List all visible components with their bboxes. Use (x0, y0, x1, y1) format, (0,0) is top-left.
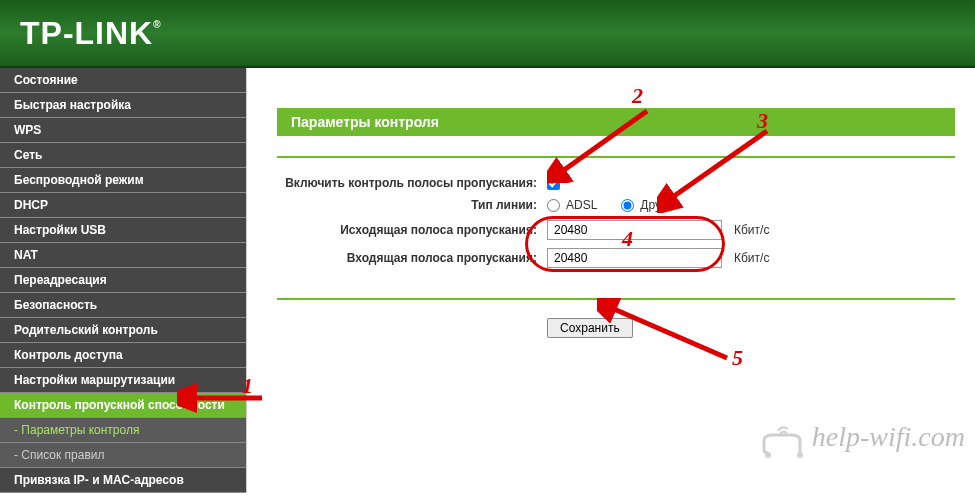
sidebar-item-wireless[interactable]: Беспроводной режим (0, 168, 246, 193)
annotation-num-2: 2 (632, 83, 643, 109)
egress-label: Исходящая полоса пропускания: (277, 223, 547, 237)
sidebar-item-forwarding[interactable]: Переадресация (0, 268, 246, 293)
sidebar-item-bandwidth[interactable]: Контроль пропускной способности (0, 393, 246, 418)
brand-logo: TP-LINK® (20, 15, 162, 52)
line-other-radio[interactable] (621, 199, 634, 212)
line-other-text: Другая (640, 198, 678, 212)
enable-checkbox[interactable] (547, 177, 560, 190)
sidebar-item-wps[interactable]: WPS (0, 118, 246, 143)
sidebar-item-nat[interactable]: NAT (0, 243, 246, 268)
sidebar-item-access[interactable]: Контроль доступа (0, 343, 246, 368)
sidebar-item-quicksetup[interactable]: Быстрая настройка (0, 93, 246, 118)
egress-unit: Кбит/с (734, 223, 769, 237)
sidebar-item-ipmac[interactable]: Привязка IP- и MAC-адресов (0, 468, 246, 493)
main-content: Параметры контроля Включить контроль пол… (247, 68, 975, 493)
enable-label: Включить контроль полосы пропускания: (277, 176, 547, 190)
annotation-num-5: 5 (732, 345, 743, 371)
sidebar-item-security[interactable]: Безопасность (0, 293, 246, 318)
line-adsl-radio[interactable] (547, 199, 560, 212)
sidebar-item-routing[interactable]: Настройки маршрутизации (0, 368, 246, 393)
sidebar-item-parental[interactable]: Родительский контроль (0, 318, 246, 343)
form-area: Включить контроль полосы пропускания: Ти… (277, 156, 955, 300)
sidebar-sub-control-settings[interactable]: - Параметры контроля (0, 418, 246, 443)
svg-point-5 (797, 452, 803, 458)
svg-point-4 (765, 452, 771, 458)
ingress-input[interactable] (547, 248, 722, 268)
line-adsl-text: ADSL (566, 198, 597, 212)
sidebar-item-network[interactable]: Сеть (0, 143, 246, 168)
sidebar-item-usb[interactable]: Настройки USB (0, 218, 246, 243)
sidebar-sub-rules-list[interactable]: - Список правил (0, 443, 246, 468)
ingress-label: Входящая полоса пропускания: (277, 251, 547, 265)
watermark-text: help-wifi.com (812, 421, 965, 452)
ingress-unit: Кбит/с (734, 251, 769, 265)
line-type-label: Тип линии: (277, 198, 547, 212)
app-header: TP-LINK® (0, 0, 975, 68)
egress-input[interactable] (547, 220, 722, 240)
sidebar-item-status[interactable]: Состояние (0, 68, 246, 93)
panel-title: Параметры контроля (277, 108, 955, 136)
sidebar-item-dhcp[interactable]: DHCP (0, 193, 246, 218)
save-button[interactable]: Сохранить (547, 318, 633, 338)
sidebar-nav: Состояние Быстрая настройка WPS Сеть Бес… (0, 68, 247, 493)
watermark: help-wifi.com (758, 421, 965, 463)
